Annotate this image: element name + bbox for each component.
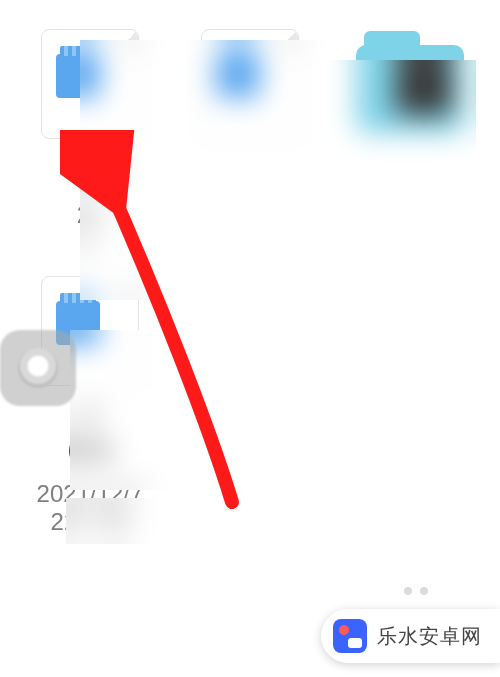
blur-overlay: [70, 330, 220, 490]
blur-overlay: [66, 498, 186, 544]
watermark-logo-icon: [333, 619, 367, 653]
blur-overlay: [80, 40, 330, 300]
assistive-touch-icon: [18, 348, 58, 388]
watermark-text: 乐水安卓网: [377, 623, 482, 650]
watermark-badge: 乐水安卓网: [321, 609, 500, 663]
assistive-touch-button[interactable]: [0, 330, 76, 406]
page-indicator: [404, 587, 440, 597]
blur-overlay: [326, 60, 476, 230]
